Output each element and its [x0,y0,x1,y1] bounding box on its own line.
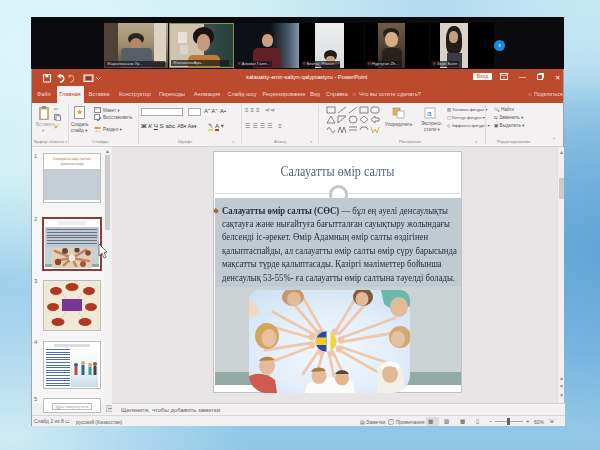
svg-text:a: a [427,109,432,118]
